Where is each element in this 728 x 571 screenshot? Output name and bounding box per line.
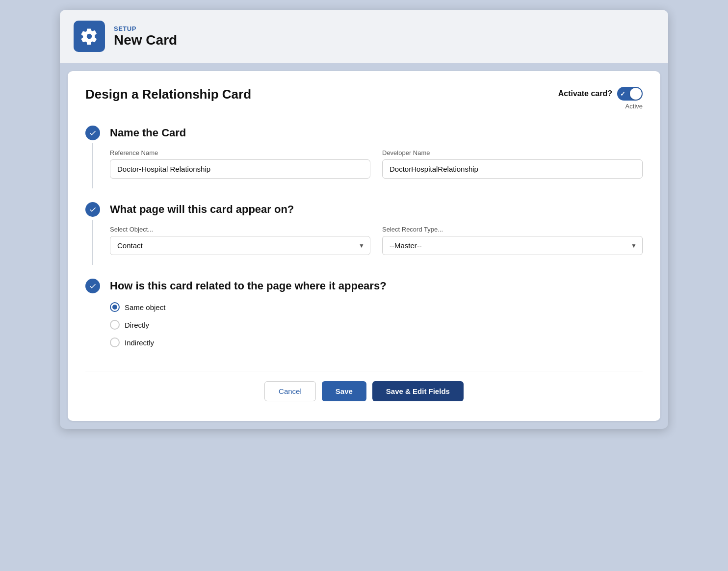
section3-title: How is this card related to the page whe…	[110, 280, 643, 292]
page-title: Design a Relationship Card	[85, 87, 251, 102]
object-label: Select Object...	[110, 226, 370, 233]
record-type-select[interactable]: --Master--	[382, 236, 643, 255]
footer: Cancel Save Save & Edit Fields	[85, 371, 643, 401]
section-name-card: Name the Card Reference Name Developer N…	[85, 126, 643, 188]
section-related: How is this card related to the page whe…	[85, 279, 643, 357]
section2-left	[85, 202, 100, 265]
section1-body: Name the Card Reference Name Developer N…	[110, 126, 643, 188]
section3-body: How is this card related to the page whe…	[110, 279, 643, 357]
header-text: SETUP New Card	[114, 25, 177, 48]
section1-title: Name the Card	[110, 127, 643, 139]
activate-label: Activate card?	[558, 89, 612, 98]
app-container: SETUP New Card Design a Relationship Car…	[60, 10, 668, 429]
record-type-group: Select Record Type... --Master-- ▼	[382, 226, 643, 255]
radio-directly[interactable]: Directly	[110, 320, 643, 330]
activate-section: Activate card? ✓ Active	[558, 87, 643, 110]
section2-check-icon	[85, 202, 100, 217]
radio-same-object[interactable]: Same object	[110, 302, 643, 312]
record-type-label: Select Record Type...	[382, 226, 643, 233]
object-select[interactable]: Contact	[110, 236, 370, 255]
section3-left	[85, 279, 100, 357]
radio-indirectly-label: Indirectly	[125, 338, 154, 347]
radio-same-object-label: Same object	[125, 303, 165, 311]
activate-status: Active	[625, 103, 643, 110]
section1-left	[85, 126, 100, 188]
radio-group: Same object Directly Indirectly	[110, 302, 643, 347]
developer-name-label: Developer Name	[382, 149, 643, 156]
setup-icon	[74, 21, 105, 52]
reference-name-input[interactable]	[110, 159, 370, 179]
object-select-wrapper: Contact ▼	[110, 236, 370, 255]
section2-fields: Select Object... Contact ▼ Select Record…	[110, 226, 643, 255]
header: SETUP New Card	[60, 10, 668, 63]
developer-name-input[interactable]	[382, 159, 643, 179]
page-header: Design a Relationship Card Activate card…	[85, 87, 643, 110]
main-content: Design a Relationship Card Activate card…	[68, 71, 660, 421]
header-title: New Card	[114, 32, 177, 48]
setup-label: SETUP	[114, 25, 177, 32]
section1-fields: Reference Name Developer Name	[110, 149, 643, 179]
activate-toggle[interactable]: ✓	[617, 87, 643, 101]
radio-indirectly-circle	[110, 337, 120, 347]
object-group: Select Object... Contact ▼	[110, 226, 370, 255]
section2-body: What page will this card appear on? Sele…	[110, 202, 643, 265]
section-page: What page will this card appear on? Sele…	[85, 202, 643, 265]
radio-indirectly[interactable]: Indirectly	[110, 337, 643, 347]
section1-check-icon	[85, 126, 100, 140]
save-button[interactable]: Save	[322, 381, 366, 401]
radio-same-object-circle	[110, 302, 120, 312]
toggle-knob	[630, 88, 642, 100]
section2-line	[92, 220, 93, 265]
reference-name-group: Reference Name	[110, 149, 370, 179]
save-edit-button[interactable]: Save & Edit Fields	[372, 381, 464, 401]
section2-title: What page will this card appear on?	[110, 203, 643, 216]
developer-name-group: Developer Name	[382, 149, 643, 179]
activate-label-row: Activate card? ✓	[558, 87, 643, 101]
cancel-button[interactable]: Cancel	[264, 381, 316, 401]
toggle-check-icon: ✓	[620, 90, 625, 98]
radio-directly-circle	[110, 320, 120, 330]
record-type-select-wrapper: --Master-- ▼	[382, 236, 643, 255]
section3-check-icon	[85, 279, 100, 293]
radio-directly-label: Directly	[125, 321, 149, 329]
section1-line	[92, 143, 93, 188]
radio-same-object-dot	[112, 305, 117, 310]
reference-name-label: Reference Name	[110, 149, 370, 156]
